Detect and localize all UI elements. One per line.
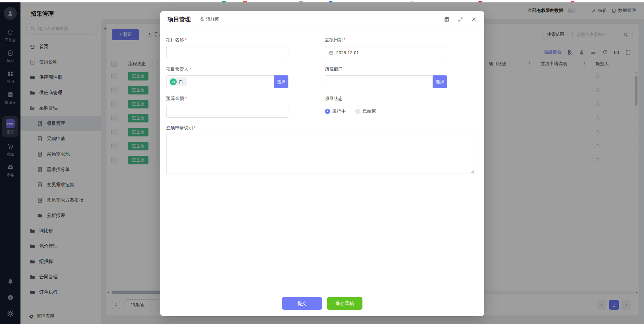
radio-ongoing-label: 进行中	[332, 108, 346, 114]
modal-footer: 提交 保存草稿	[160, 297, 484, 310]
field-project-status: 项目状态 进行中 已结束	[325, 95, 447, 118]
budget-input[interactable]	[166, 105, 288, 118]
flowchart-icon	[199, 17, 204, 22]
owner-name: 白	[179, 79, 183, 85]
modal-tools	[444, 16, 477, 23]
title-divider	[195, 17, 195, 22]
required-mark: *	[185, 96, 187, 101]
flow-diagram-link[interactable]: 流转图	[199, 16, 219, 23]
radio-ongoing[interactable]: 进行中	[325, 108, 346, 114]
submit-button[interactable]: 提交	[282, 297, 322, 310]
apply-desc-textarea[interactable]	[166, 134, 474, 174]
owner-chip[interactable]: 白 白	[169, 77, 187, 86]
modal-body: 项目名称* 立项日期* 2025-12-01 项目负责人* 白 白	[160, 28, 484, 174]
start-date-value: 2025-12-01	[336, 50, 359, 55]
log-icon[interactable]	[444, 16, 450, 23]
browser-tabstrip-edge	[0, 0, 644, 2]
field-project-owner: 项目负责人* 白 白 选择	[166, 66, 288, 88]
required-mark: *	[344, 37, 345, 42]
modal-header: 项目管理 流转图	[160, 11, 484, 28]
owner-select-button[interactable]: 选择	[274, 75, 288, 88]
project-form-modal: 项目管理 流转图 项目名称* 立项日期* 2025-12-01	[160, 11, 484, 316]
project-owner-label: 项目负责人*	[166, 66, 288, 72]
field-project-name: 项目名称*	[166, 37, 288, 59]
field-budget: 预算金额*	[166, 95, 288, 118]
start-date-label: 立项日期*	[325, 37, 447, 43]
favicon	[299, 1, 303, 2]
department-input[interactable]	[325, 75, 433, 88]
field-apply-desc: 立项申请说明*	[166, 125, 478, 174]
favicon	[222, 1, 226, 2]
field-start-date: 立项日期* 2025-12-01	[325, 37, 447, 59]
modal-title: 项目管理	[168, 15, 191, 23]
favicon	[411, 1, 414, 2]
calendar-icon	[329, 50, 334, 55]
project-status-label: 项目状态	[325, 95, 447, 102]
required-mark: *	[189, 67, 191, 72]
apply-desc-label: 立项申请说明*	[166, 125, 478, 131]
department-select-button[interactable]: 选择	[433, 75, 447, 88]
required-mark: *	[185, 37, 187, 42]
project-owner-input[interactable]: 白 白	[166, 75, 274, 88]
save-draft-button[interactable]: 保存草稿	[327, 297, 362, 310]
favicon	[571, 1, 574, 2]
field-department: 所属部门 选择	[325, 66, 447, 88]
budget-label: 预算金额*	[166, 95, 288, 102]
required-mark: *	[194, 125, 196, 130]
radio-finished-label: 已结束	[363, 108, 376, 114]
radio-finished[interactable]: 已结束	[355, 108, 376, 114]
radio-unselected-icon	[355, 109, 360, 114]
department-label: 所属部门	[325, 66, 447, 72]
project-name-input[interactable]	[166, 46, 288, 59]
radio-selected-icon	[325, 109, 330, 114]
flow-diagram-label: 流转图	[206, 16, 219, 23]
favicon	[478, 1, 482, 2]
favicon	[243, 1, 247, 2]
owner-avatar: 白	[170, 78, 177, 85]
project-name-label: 项目名称*	[166, 37, 288, 43]
start-date-input[interactable]: 2025-12-01	[325, 46, 447, 59]
close-icon[interactable]	[471, 16, 477, 22]
favicon	[329, 1, 332, 2]
expand-icon[interactable]	[458, 17, 463, 22]
